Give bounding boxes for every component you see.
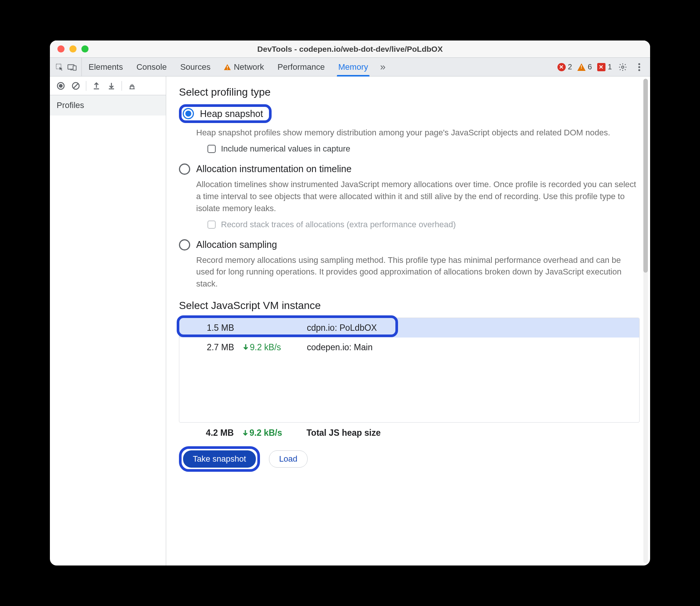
- window-title: DevTools - codepen.io/web-dot-dev/live/P…: [50, 45, 650, 54]
- tabbar-left-tools: [50, 58, 82, 76]
- action-button-row: Take snapshot Load: [179, 446, 640, 472]
- svg-point-10: [59, 84, 63, 88]
- devtools-tabbar: Elements Console Sources Network Perform…: [50, 58, 650, 76]
- vm-size: 2.7 MB: [187, 342, 243, 352]
- radio-allocation-timeline[interactable]: [179, 164, 190, 175]
- more-tabs-button[interactable]: »: [375, 58, 391, 76]
- tab-memory[interactable]: Memory: [332, 58, 375, 76]
- garbage-collect-button[interactable]: [126, 80, 138, 92]
- panel-body: Profiles Select profiling type Heap snap…: [50, 76, 650, 566]
- vm-instance-list: 1.5 MB cdpn.io: PoLdbOX 2.7 MB 9.2 kB/s …: [179, 318, 640, 423]
- svg-rect-3: [227, 66, 228, 68]
- svg-point-6: [638, 63, 640, 65]
- load-button[interactable]: Load: [269, 450, 308, 468]
- close-window-button[interactable]: [57, 45, 65, 52]
- checkbox-record-stack-traces: Record stack traces of allocations (extr…: [207, 220, 640, 230]
- download-button[interactable]: [105, 80, 118, 92]
- tab-elements[interactable]: Elements: [82, 58, 130, 76]
- profiling-type-heading: Select profiling type: [179, 86, 640, 98]
- tab-network[interactable]: Network: [217, 58, 271, 76]
- device-toolbar-icon[interactable]: [66, 62, 78, 73]
- panel-tabs: Elements Console Sources Network Perform…: [82, 58, 375, 76]
- vm-name: cdpn.io: PoLdbOX: [307, 323, 632, 333]
- devtools-window: DevTools - codepen.io/web-dot-dev/live/P…: [50, 40, 650, 566]
- memory-panel: Select profiling type Heap snapshot Heap…: [166, 76, 650, 566]
- vm-name: codepen.io: Main: [307, 342, 632, 352]
- profile-option-title[interactable]: Heap snapshot: [200, 108, 263, 119]
- down-arrow-icon: [243, 430, 248, 436]
- svg-rect-2: [73, 66, 76, 70]
- checkbox-include-numerical[interactable]: Include numerical values in capture: [207, 144, 640, 154]
- tab-console[interactable]: Console: [130, 58, 174, 76]
- settings-button[interactable]: [617, 62, 628, 73]
- svg-point-5: [622, 66, 624, 68]
- total-label: Total JS heap size: [306, 428, 632, 438]
- tab-sources[interactable]: Sources: [173, 58, 217, 76]
- total-rate: 9.2 kB/s: [243, 428, 306, 438]
- minimize-window-button[interactable]: [69, 45, 77, 52]
- error-icon: ✕: [557, 63, 566, 71]
- vm-totals-row: 4.2 MB 9.2 kB/s Total JS heap size: [179, 423, 640, 438]
- profile-option-heap-snapshot: Heap snapshot Heap snapshot profiles sho…: [179, 104, 640, 154]
- separator: [86, 81, 86, 91]
- warnings-counter[interactable]: ! 6: [577, 63, 592, 71]
- svg-point-8: [638, 69, 640, 71]
- profiles-sidebar: Profiles: [50, 76, 166, 566]
- svg-point-7: [638, 66, 640, 68]
- issues-counter[interactable]: ✕ 1: [597, 63, 612, 71]
- vm-instance-row[interactable]: 2.7 MB 9.2 kB/s codepen.io: Main: [179, 338, 639, 357]
- sidebar-toolbar: [50, 76, 166, 95]
- separator: [122, 81, 122, 91]
- profile-option-description: Record memory allocations using sampling…: [196, 254, 640, 290]
- vertical-scrollbar[interactable]: [643, 79, 648, 563]
- record-button[interactable]: [54, 80, 67, 92]
- profile-option-allocation-timeline: Allocation instrumentation on timeline A…: [179, 164, 640, 230]
- tab-performance[interactable]: Performance: [271, 58, 332, 76]
- tabbar-right: ✕ 2 ! 6 ✕ 1: [552, 58, 650, 76]
- profile-option-allocation-sampling: Allocation sampling Record memory alloca…: [179, 239, 640, 290]
- window-traffic-lights: [57, 45, 89, 52]
- more-options-button[interactable]: [634, 62, 645, 73]
- down-arrow-icon: [243, 344, 248, 350]
- vm-size: 1.5 MB: [187, 323, 243, 333]
- issues-icon: ✕: [597, 63, 605, 71]
- radio-allocation-sampling[interactable]: [179, 239, 190, 250]
- warning-icon: !: [577, 63, 586, 71]
- total-size: 4.2 MB: [186, 428, 243, 438]
- maximize-window-button[interactable]: [81, 45, 89, 52]
- radio-heap-snapshot[interactable]: [183, 108, 194, 119]
- scrollbar-thumb[interactable]: [643, 79, 648, 273]
- profile-option-title[interactable]: Allocation instrumentation on timeline: [196, 164, 352, 174]
- vm-instance-heading: Select JavaScript VM instance: [179, 300, 640, 312]
- highlight-ring: Take snapshot: [179, 446, 260, 472]
- upload-button[interactable]: [90, 80, 103, 92]
- checkbox-icon: [207, 145, 216, 153]
- take-snapshot-button[interactable]: Take snapshot: [183, 450, 256, 468]
- clear-button[interactable]: [69, 80, 82, 92]
- errors-counter[interactable]: ✕ 2: [557, 63, 572, 71]
- svg-rect-13: [130, 86, 134, 89]
- vm-instance-section: 1.5 MB cdpn.io: PoLdbOX 2.7 MB 9.2 kB/s …: [179, 318, 640, 423]
- profile-option-description: Allocation timelines show instrumented J…: [196, 178, 640, 214]
- profile-option-title[interactable]: Allocation sampling: [196, 239, 277, 250]
- vm-rate: 9.2 kB/s: [243, 342, 307, 352]
- inspect-element-icon[interactable]: [54, 62, 65, 73]
- window-titlebar: DevTools - codepen.io/web-dot-dev/live/P…: [50, 40, 650, 58]
- svg-rect-4: [227, 69, 228, 69]
- checkbox-icon: [207, 220, 216, 229]
- profile-option-description: Heap snapshot profiles show memory distr…: [196, 127, 640, 139]
- warning-triangle-icon: [224, 64, 231, 70]
- vm-instance-row[interactable]: 1.5 MB cdpn.io: PoLdbOX: [179, 318, 639, 338]
- sidebar-section-profiles[interactable]: Profiles: [50, 95, 166, 116]
- svg-line-12: [74, 84, 78, 88]
- highlight-ring: Heap snapshot: [179, 104, 272, 123]
